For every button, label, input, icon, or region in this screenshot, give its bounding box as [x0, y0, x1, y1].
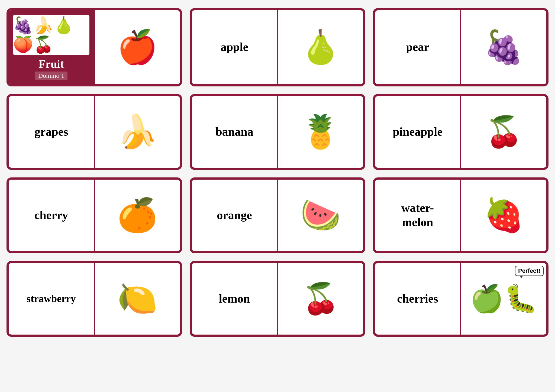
card-title: Fruit	[38, 57, 64, 70]
worm-apple-emoji: 🍏🐛	[470, 285, 538, 312]
banana-image: 🍌	[95, 96, 180, 168]
strawberry-emoji: 🍓	[483, 199, 524, 232]
pear-text: pear	[375, 10, 461, 84]
lemon-cherries-card: lemon 🍒	[190, 261, 365, 337]
orange-watermelon-card: orange 🍉	[190, 177, 365, 253]
title-domino-card: 🍇🍌🍐🍑🍒 Fruit Domino 1 🍎	[7, 8, 182, 86]
title-left-half: 🍇🍌🍐🍑🍒 Fruit Domino 1	[9, 10, 95, 84]
banana-emoji: 🍌	[117, 116, 158, 148]
cherries-emoji: 🍒	[302, 284, 339, 314]
pineapple-emoji: 🍍	[300, 116, 341, 148]
grapes-banana-card: grapes 🍌	[7, 94, 182, 170]
orange-emoji: 🍊	[117, 199, 158, 232]
watermelon-text: water-melon	[375, 180, 461, 251]
grapes-text: grapes	[9, 96, 95, 168]
pear-grapes-card: pear 🍇	[373, 8, 548, 86]
watermelon-image: 🍉	[278, 180, 363, 251]
banana-text: banana	[192, 96, 278, 168]
lemon-emoji: 🍋	[117, 283, 158, 315]
pear-emoji: 🍐	[300, 31, 341, 64]
banana-pineapple-card: banana 🍍	[190, 94, 365, 170]
cherries-image: 🍒	[278, 263, 363, 335]
cherry-image: 🍒	[461, 96, 546, 168]
lemon-image: 🍋	[95, 263, 180, 335]
cherry-text: cherry	[9, 180, 95, 251]
perfect-speech-bubble: Perfect!	[515, 266, 544, 276]
cherry-single-emoji: 🍒	[485, 117, 522, 147]
cherries-text: cherries	[375, 263, 461, 335]
pineapple-image: 🍍	[278, 96, 363, 168]
orange-text: orange	[192, 180, 278, 251]
apple-pear-card: apple 🍐	[190, 8, 365, 86]
orange-image: 🍊	[95, 180, 180, 251]
title-right-half: 🍎	[95, 10, 180, 84]
pineapple-text: pineapple	[375, 96, 461, 168]
strawberry-lemon-card: strawberry 🍋	[7, 261, 182, 337]
grapes-emoji: 🍇	[483, 31, 524, 64]
lemon-text: lemon	[192, 263, 278, 335]
watermelon-strawberry-card: water-melon 🍓	[373, 177, 548, 253]
domino-grid: 🍇🍌🍐🍑🍒 Fruit Domino 1 🍎 apple 🍐 pear 🍇	[7, 8, 548, 337]
watermelon-emoji: 🍉	[300, 199, 341, 232]
card-subtitle: Domino 1	[35, 72, 68, 80]
apple-text: apple	[192, 10, 278, 84]
grapes-image: 🍇	[461, 10, 546, 84]
pear-image: 🍐	[278, 10, 363, 84]
strawberry-text: strawberry	[9, 263, 95, 335]
fruit-collage: 🍇🍌🍐🍑🍒	[13, 15, 89, 55]
strawberry-image: 🍓	[461, 180, 546, 251]
apple-emoji: 🍎	[117, 31, 158, 64]
worm-apple-image: Perfect! 🍏🐛	[461, 263, 546, 335]
cherry-orange-card: cherry 🍊	[7, 177, 182, 253]
cherries-end-card: cherries Perfect! 🍏🐛	[373, 261, 548, 337]
pineapple-cherry-card: pineapple 🍒	[373, 94, 548, 170]
